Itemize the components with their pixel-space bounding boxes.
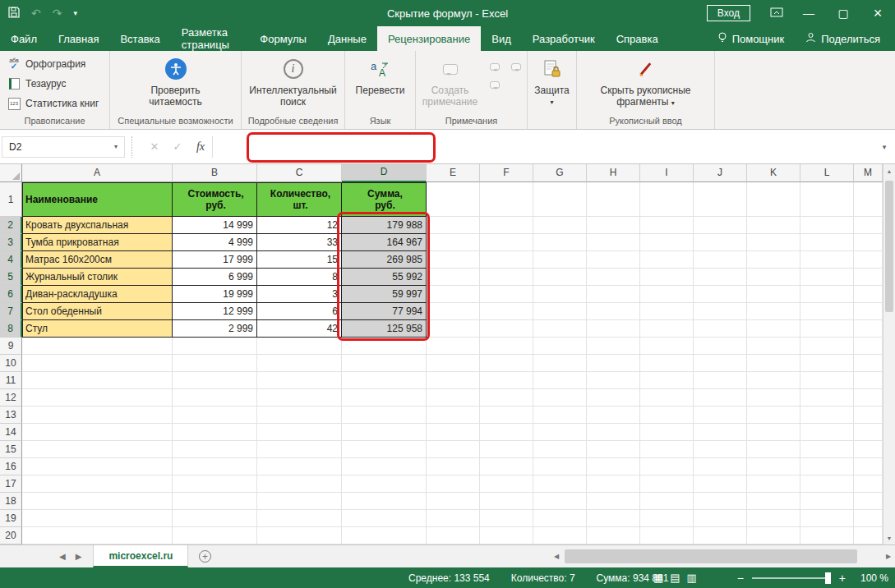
cell-G9[interactable] — [533, 338, 587, 355]
cell-L1[interactable] — [800, 182, 854, 217]
tab-view[interactable]: Вид — [481, 26, 522, 51]
cell-L17[interactable] — [800, 475, 854, 493]
cell-H5[interactable] — [587, 269, 640, 286]
sheet-tab-active[interactable]: microexcel.ru — [93, 545, 188, 567]
cell-M1[interactable] — [854, 182, 883, 217]
cell-L13[interactable] — [800, 407, 854, 424]
cell-L19[interactable] — [800, 510, 854, 527]
cell-C7[interactable]: 6 — [257, 303, 342, 320]
cell-K9[interactable] — [747, 338, 800, 355]
cell-B7[interactable]: 12 999 — [173, 303, 257, 320]
row-header-7[interactable]: 7 — [0, 303, 22, 320]
cell-G10[interactable] — [533, 355, 587, 372]
cell-B16[interactable] — [173, 458, 257, 475]
cell-G16[interactable] — [533, 458, 587, 475]
cell-G17[interactable] — [533, 475, 587, 493]
cell-L11[interactable] — [800, 372, 854, 389]
maximize-button[interactable]: ▢ — [826, 0, 860, 26]
cell-L5[interactable] — [800, 269, 854, 286]
cell-K6[interactable] — [747, 286, 800, 303]
smart-lookup-button[interactable]: i Интеллектуальный поиск — [243, 53, 342, 108]
row-header-14[interactable]: 14 — [0, 424, 22, 441]
tab-formulas[interactable]: Формулы — [249, 26, 317, 51]
sheet-nav-left-icon[interactable]: ◀ — [59, 552, 66, 561]
cell-L18[interactable] — [800, 493, 854, 510]
cell-A5[interactable]: Журнальный столик — [22, 269, 173, 286]
cell-B2[interactable]: 14 999 — [173, 217, 257, 234]
name-box-caret[interactable]: ▾ — [114, 143, 124, 150]
column-header-J[interactable]: J — [694, 164, 747, 182]
insert-function-button[interactable]: fx — [189, 136, 212, 158]
cell-J14[interactable] — [694, 424, 747, 441]
cell-D17[interactable] — [342, 475, 427, 493]
cell-H3[interactable] — [587, 234, 640, 251]
cell-L15[interactable] — [800, 441, 854, 458]
cell-J9[interactable] — [694, 338, 747, 355]
cell-K12[interactable] — [747, 389, 800, 407]
cell-E18[interactable] — [427, 493, 480, 510]
horizontal-scroll-thumb[interactable] — [565, 549, 857, 563]
cell-E14[interactable] — [427, 424, 480, 441]
column-header-A[interactable]: A — [22, 164, 173, 182]
ribbon-display-options-icon[interactable] — [762, 0, 791, 26]
column-header-B[interactable]: B — [173, 164, 257, 182]
translate-button[interactable]: аA Перевести — [350, 53, 411, 96]
qat-customize-icon[interactable]: ▾ — [73, 10, 77, 17]
cell-L2[interactable] — [800, 217, 854, 234]
cell-I10[interactable] — [640, 355, 694, 372]
cell-F15[interactable] — [480, 441, 533, 458]
cell-J2[interactable] — [694, 217, 747, 234]
check-accessibility-button[interactable]: Проверить читаемость — [143, 53, 207, 108]
cancel-button[interactable]: ✕ — [143, 136, 166, 158]
row-header-1[interactable]: 1 — [0, 182, 22, 217]
select-all-button[interactable] — [0, 164, 22, 182]
cell-E15[interactable] — [427, 441, 480, 458]
cell-M14[interactable] — [854, 424, 883, 441]
cell-J17[interactable] — [694, 475, 747, 493]
cell-J15[interactable] — [694, 441, 747, 458]
cell-J10[interactable] — [694, 355, 747, 372]
cell-M11[interactable] — [854, 372, 883, 389]
cell-D6[interactable]: 59 997 — [342, 286, 427, 303]
cell-G5[interactable] — [533, 269, 587, 286]
cell-J11[interactable] — [694, 372, 747, 389]
cell-B17[interactable] — [173, 475, 257, 493]
cell-K20[interactable] — [747, 527, 800, 544]
column-header-G[interactable]: G — [533, 164, 587, 182]
cell-E13[interactable] — [427, 407, 480, 424]
cell-G20[interactable] — [533, 527, 587, 544]
cell-K18[interactable] — [747, 493, 800, 510]
save-icon[interactable] — [8, 7, 20, 20]
cell-C16[interactable] — [257, 458, 342, 475]
row-header-4[interactable]: 4 — [0, 251, 22, 269]
new-comment-button[interactable]: Создать примечание — [417, 53, 483, 108]
cell-I13[interactable] — [640, 407, 694, 424]
cell-I15[interactable] — [640, 441, 694, 458]
cell-F4[interactable] — [480, 251, 533, 269]
cell-G1[interactable] — [533, 182, 587, 217]
tab-insert[interactable]: Вставка — [109, 26, 170, 51]
cell-E3[interactable] — [427, 234, 480, 251]
cell-C11[interactable] — [257, 372, 342, 389]
cell-H11[interactable] — [587, 372, 640, 389]
cell-D9[interactable] — [342, 338, 427, 355]
cell-I19[interactable] — [640, 510, 694, 527]
cell-K5[interactable] — [747, 269, 800, 286]
cell-I17[interactable] — [640, 475, 694, 493]
cell-M20[interactable] — [854, 527, 883, 544]
cell-A6[interactable]: Диван-раскладушка — [22, 286, 173, 303]
cell-K3[interactable] — [747, 234, 800, 251]
tab-developer[interactable]: Разработчик — [522, 26, 606, 51]
cell-G15[interactable] — [533, 441, 587, 458]
cell-C15[interactable] — [257, 441, 342, 458]
cell-K17[interactable] — [747, 475, 800, 493]
cell-B6[interactable]: 19 999 — [173, 286, 257, 303]
cell-D20[interactable] — [342, 527, 427, 544]
cell-F6[interactable] — [480, 286, 533, 303]
cell-A1[interactable]: Наименование — [22, 182, 173, 217]
cell-H6[interactable] — [587, 286, 640, 303]
cell-F7[interactable] — [480, 303, 533, 320]
cell-K1[interactable] — [747, 182, 800, 217]
cell-B4[interactable]: 17 999 — [173, 251, 257, 269]
cell-M8[interactable] — [854, 320, 883, 338]
